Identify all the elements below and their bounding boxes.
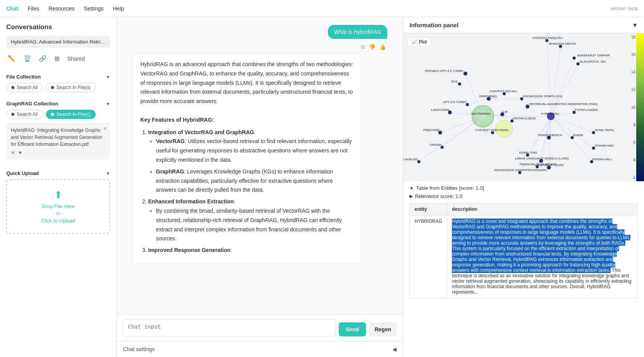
link-icon[interactable]: 🔗 xyxy=(37,53,48,64)
table-info-text: Table from Entities [score: 1.0] xyxy=(416,185,484,191)
svg-line-28 xyxy=(467,99,489,105)
label-8: KNOWLEDGE GRAPH (KG) xyxy=(523,94,563,98)
hybridrag-label: HYBRIDRAG xyxy=(541,112,559,116)
scale-16: 16 xyxy=(631,52,635,57)
file-ctrl-x[interactable]: ✕ xyxy=(11,150,15,156)
nav-chat[interactable]: Chat xyxy=(6,5,18,12)
table-collapse-arrow: ▼ xyxy=(410,186,414,191)
col-description: description xyxy=(447,203,638,215)
label-23: LARGE LANGUAGE MODELS (LLMS) xyxy=(515,157,569,160)
message-actions: ⧉ 👎 👍 xyxy=(132,44,387,50)
panel-header: Information panel ▼ xyxy=(403,17,644,33)
upload-icon: ⬆ xyxy=(13,189,103,200)
feature-1-sub-0: VectorRAG: Utilizes vector-based retriev… xyxy=(156,137,354,164)
nav-files[interactable]: Files xyxy=(28,5,39,12)
node-6 xyxy=(458,82,461,86)
graphrag-search-all-dot xyxy=(11,113,14,116)
nav-help[interactable]: Help xyxy=(113,5,124,12)
file-search-files-btn[interactable]: Search In File(s) xyxy=(46,83,96,92)
col-entity: entity xyxy=(410,203,447,215)
graph-container: 📈 Plot xyxy=(403,33,644,181)
panel-title: Information panel xyxy=(410,22,458,28)
label-3: BHASKARJIT SARKAR xyxy=(577,54,610,57)
chat-messages: What is HybridRAG ⧉ 👎 👍 HybridRAG is an … xyxy=(117,17,403,314)
label-29: KNOWLEDGE GRAPHPROCESSING xyxy=(494,168,547,172)
file-remove-btn[interactable]: ✕ xyxy=(103,126,107,131)
graphrag-collection-label: GraphRAG Collection xyxy=(6,101,58,107)
scale-18: 18 xyxy=(631,35,635,39)
scale-4: 4 xyxy=(631,158,635,162)
label-4: BLACKROCK, INC. xyxy=(580,60,607,63)
svg-line-17 xyxy=(551,58,574,116)
scale-10: 10 xyxy=(631,105,635,110)
score-row[interactable]: ▶ Relevance score: 1.0 xyxy=(410,193,638,199)
click-upload-text: Click to Upload xyxy=(13,218,103,224)
trash-icon[interactable]: 🗑️ xyxy=(22,53,33,64)
chat-input[interactable] xyxy=(123,319,336,336)
shared-label: Shared xyxy=(67,56,85,62)
send-button[interactable]: Send xyxy=(339,322,366,336)
label-14: FAITHFULNESS xyxy=(513,117,536,120)
thumbup-btn[interactable]: 👍 xyxy=(379,44,386,50)
file-search-all-btn[interactable]: Search All xyxy=(6,83,43,92)
graphrag-collection-chevron[interactable]: ▼ xyxy=(106,102,110,106)
nav-settings[interactable]: Settings xyxy=(84,5,104,12)
panel-collapse-icon[interactable]: ▼ xyxy=(632,22,638,28)
assistant-message: HybridRAG is an advanced approach that c… xyxy=(132,53,362,264)
label-26: RENIKA HALL xyxy=(592,158,612,161)
file-search-all-dot xyxy=(11,86,14,89)
file-collection-label: File Collection xyxy=(6,74,41,80)
user-bubble: What is HybridRAG xyxy=(132,25,387,39)
svg-line-21 xyxy=(551,116,593,148)
sidebar: Conversations HybridRAG: Advanced Inform… xyxy=(0,17,117,357)
chat-settings-bar[interactable]: Chat settings ◀ xyxy=(117,341,403,357)
regen-button[interactable]: Regen xyxy=(369,322,397,336)
top-nav: Chat Files Resources Settings Help versi… xyxy=(0,0,644,17)
label-18: FINANCEBENCH xyxy=(538,133,562,137)
conversation-item[interactable]: HybridRAG: Advanced Information Retriev.… xyxy=(6,36,110,48)
file-collection-toggles: Search All Search In File(s) xyxy=(6,83,110,92)
nav-resources[interactable]: Resources xyxy=(49,5,75,12)
upload-or-text: - or - xyxy=(13,211,103,216)
file-collection-chevron[interactable]: ▼ xyxy=(106,75,110,79)
quick-upload-section: Quick Upload ▼ ⬆ Drop File Here - or - C… xyxy=(6,166,110,234)
label-27: GRAPHBERTSGINC xyxy=(535,163,564,167)
label-24: ROHAN RAO xyxy=(595,144,614,147)
graphrag-search-files-btn[interactable]: Search In File(s) xyxy=(46,110,96,119)
split-icon[interactable]: ⊞ xyxy=(53,53,61,64)
node-24 xyxy=(592,147,595,150)
file-item-name: HybridRAG- Integrating Knowledge Graphs … xyxy=(11,128,102,147)
network-graph: STEFANO PASQUALI BHAGASH MEHTA BHASKARJI… xyxy=(403,33,644,181)
file-item: HybridRAG- Integrating Knowledge Graphs … xyxy=(6,123,110,159)
copy-btn[interactable]: ⧉ xyxy=(361,44,365,50)
graphrag-search-files-dot xyxy=(51,113,54,116)
scale-6: 6 xyxy=(631,140,635,145)
label-6: KGS xyxy=(451,80,458,83)
description-cell: HybridRAG is a novel and integrated appr… xyxy=(447,215,638,298)
color-scale: 18 16 14 12 10 8 6 4 2 xyxy=(633,33,644,181)
label-19: NVIDIA xyxy=(573,133,583,137)
conversation-actions: ✏️ 🗑️ 🔗 ⊞ Shared xyxy=(6,52,110,65)
score-expand-arrow: ▶ xyxy=(410,194,413,199)
file-collection-header: File Collection ▼ xyxy=(6,74,110,80)
table-info-row[interactable]: ▼ Table from Entities [score: 1.0] xyxy=(410,185,638,191)
sidebar-title: Conversations xyxy=(6,23,110,31)
upload-area[interactable]: ⬆ Drop File Here - or - Click to Upload xyxy=(6,179,110,234)
feature-2-title: Enhanced Information Extraction xyxy=(148,198,234,205)
svg-line-14 xyxy=(419,116,483,162)
edit-icon[interactable]: ✏️ xyxy=(6,53,17,64)
quick-upload-chevron[interactable]: ▼ xyxy=(106,171,110,176)
feature-1-sub-1: GraphRAG: Leverages Knowledge Graphs (KG… xyxy=(156,167,354,195)
quick-upload-label: Quick Upload xyxy=(6,170,39,176)
feature-1-sub: VectorRAG: Utilizes vector-based retriev… xyxy=(148,137,354,195)
thumbdown-btn[interactable]: 👎 xyxy=(369,44,375,50)
file-controls: ✕ ▼ xyxy=(11,150,105,156)
file-ctrl-down[interactable]: ▼ xyxy=(18,150,23,156)
label-21: OPENAI xyxy=(430,143,441,147)
label-17: CONTEXT PRECISION xyxy=(476,128,508,132)
label-15: PYPDFLOADER xyxy=(575,108,598,112)
graphrag-search-all-btn[interactable]: Search All xyxy=(6,110,43,119)
center-node[interactable] xyxy=(472,105,494,127)
right-panel: Information panel ▼ 📈 Plot xyxy=(403,17,644,357)
main-chat: What is HybridRAG ⧉ 👎 👍 HybridRAG is an … xyxy=(117,17,403,357)
